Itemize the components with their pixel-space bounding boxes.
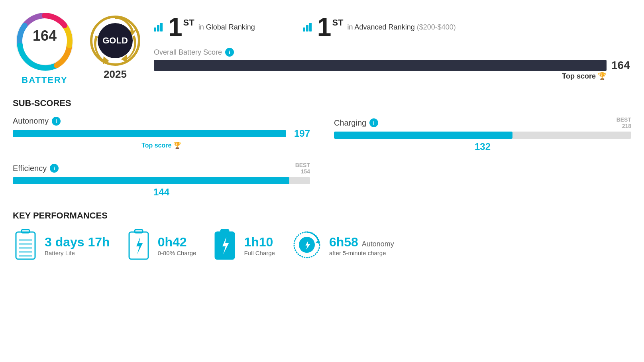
gauge-score-text: 164 [33, 28, 57, 44]
rankings-area: 1 ST in Global Ranking 1 ST [154, 14, 631, 81]
autonomy-top-score: Top score 🏆 [13, 142, 310, 149]
overall-bar-row: 164 [154, 59, 631, 72]
year-label: 2025 [104, 68, 127, 81]
autonomy-5min-value: 6h58 [329, 235, 362, 249]
global-rank-text: in Global Ranking [198, 23, 255, 31]
global-ranking-link[interactable]: Global Ranking [206, 23, 255, 31]
sub-scores-title: SUB-SCORES [13, 98, 631, 108]
efficiency-bar-track [13, 177, 310, 184]
charge-80-icon [126, 229, 151, 262]
score-gauge-container: 164 BATTERY [13, 10, 77, 85]
efficiency-label-row: Efficiency i [13, 164, 59, 173]
charging-header: Charging i BEST218 [334, 116, 631, 129]
autonomy-5min-text: 6h58 Autonomy after 5-minute charge [329, 235, 394, 256]
efficiency-bar-fill [13, 177, 289, 184]
efficiency-label: Efficiency [13, 164, 47, 173]
svg-marker-20 [316, 240, 320, 244]
sub-scores-grid: Autonomy i 197 Top score 🏆 Charging i BE… [13, 116, 631, 198]
svg-rect-12 [135, 230, 143, 233]
autonomy-bar-row: 197 [13, 128, 310, 139]
ranking-row: 1 ST in Global Ranking 1 ST [154, 14, 631, 40]
efficiency-value: 144 [153, 187, 169, 197]
autonomy-label: Autonomy [13, 116, 49, 126]
overall-score-info-icon[interactable]: i [225, 48, 234, 57]
charging-bar-fill [334, 132, 512, 139]
key-performances-title: KEY PERFORMANCES [13, 211, 631, 221]
charging-label-row: Charging i [334, 118, 378, 128]
overall-score-section: Overall Battery Score i 164 Top score 🏆 [154, 48, 631, 81]
autonomy-bar-fill [13, 130, 286, 137]
gauge-svg: 164 [13, 10, 77, 73]
autonomy-label-row: Autonomy i [13, 116, 310, 126]
battery-life-label: Battery Life [45, 250, 110, 256]
autonomy-5min-label: after 5-minute charge [329, 250, 394, 256]
bar-chart-icon-2 [303, 23, 312, 31]
score-gauge: 164 [13, 10, 77, 73]
autonomy-score-item: Autonomy i 197 Top score 🏆 [13, 116, 310, 152]
battery-life-item: 3 days 17h Battery Life [13, 229, 110, 262]
global-rank-number: 1 [168, 14, 183, 40]
advanced-ranking-paren: ($200-$400) [417, 23, 456, 31]
bar-chart-icon-1 [154, 23, 163, 31]
full-charge-value: 1h10 [244, 235, 275, 250]
svg-rect-4 [16, 232, 35, 259]
overall-score-value: 164 [611, 59, 631, 72]
charge-80-text: 0h42 0-80% Charge [158, 235, 196, 256]
efficiency-score-item: Efficiency i BEST154 144 [13, 162, 310, 198]
global-rank-suffix: ST [183, 18, 194, 28]
charging-label: Charging [334, 118, 366, 128]
full-charge-item: 1h10 Full Charge [212, 229, 275, 262]
overall-score-label: Overall Battery Score [154, 48, 222, 57]
global-ranking-item: 1 ST in Global Ranking [154, 14, 255, 40]
efficiency-info-icon[interactable]: i [50, 164, 59, 173]
svg-marker-13 [136, 237, 143, 254]
charging-value: 132 [475, 141, 491, 152]
svg-rect-5 [22, 230, 29, 233]
header-section: 164 BATTERY GOLD 2025 [13, 10, 631, 85]
gold-badge-svg: GOLD [89, 15, 141, 67]
battery-life-icon [13, 229, 38, 262]
advanced-ranking-item: 1 ST in Advanced Ranking ($200-$400) [303, 14, 456, 40]
advanced-ranking-link[interactable]: Advanced Ranking [355, 23, 415, 31]
efficiency-best-label: BEST154 [295, 162, 310, 175]
sub-scores-section: SUB-SCORES Autonomy i 197 Top score 🏆 Ch… [13, 98, 631, 198]
charging-score-item: Charging i BEST218 132 [334, 116, 631, 152]
full-charge-icon [212, 229, 238, 262]
autonomy-5min-suffix: Autonomy [362, 240, 394, 248]
gold-text: GOLD [102, 35, 128, 45]
charging-info-icon[interactable]: i [369, 118, 378, 127]
full-charge-label: Full Charge [244, 250, 275, 256]
overall-bar-track [154, 60, 607, 71]
svg-rect-15 [221, 230, 229, 233]
efficiency-bar-row [13, 177, 310, 184]
efficiency-header: Efficiency i BEST154 [13, 162, 310, 175]
charge-80-label: 0-80% Charge [158, 250, 196, 256]
autonomy-value: 197 [290, 128, 310, 139]
autonomy-5min-icon [291, 229, 323, 262]
advanced-rank-text: in Advanced Ranking ($200-$400) [348, 23, 456, 31]
advanced-rank-suffix: ST [332, 18, 343, 28]
gold-badge: GOLD [89, 15, 141, 67]
overall-top-score-label: Top score 🏆 [562, 72, 607, 80]
charge-80-item: 0h42 0-80% Charge [126, 229, 196, 262]
charge-80-value: 0h42 [158, 235, 196, 250]
key-performances-grid: 3 days 17h Battery Life 0h42 0-80% Charg… [13, 229, 631, 262]
autonomy-5min-item: 6h58 Autonomy after 5-minute charge [291, 229, 394, 262]
charging-best-label: BEST218 [617, 116, 631, 129]
battery-label: BATTERY [13, 75, 77, 85]
charging-bar-row [334, 132, 631, 139]
advanced-rank-number: 1 [317, 14, 332, 40]
key-performances-section: KEY PERFORMANCES 3 days 17h Battery Life [13, 211, 631, 262]
autonomy-bar-track [13, 130, 286, 137]
charging-bar-track [334, 132, 631, 139]
full-charge-text: 1h10 Full Charge [244, 235, 275, 256]
score-label-row: Overall Battery Score i [154, 48, 631, 57]
battery-life-text: 3 days 17h Battery Life [45, 235, 110, 256]
autonomy-info-icon[interactable]: i [52, 117, 61, 126]
gold-badge-container: GOLD 2025 [89, 15, 141, 81]
battery-life-value: 3 days 17h [45, 235, 110, 250]
